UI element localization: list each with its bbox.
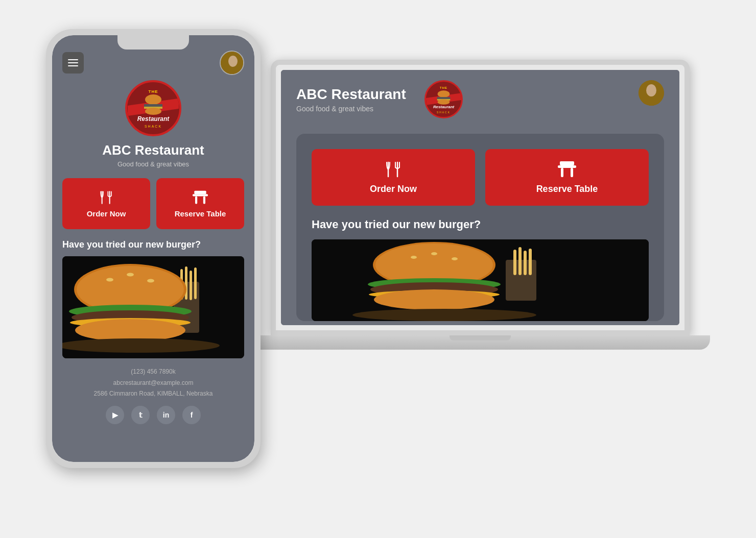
linkedin-icon[interactable]: in [157,406,175,424]
svg-rect-50 [195,196,197,204]
phone-address: 2586 Cimmaron Road, KIMBALL, Nebraska [94,390,213,397]
svg-point-67 [62,338,220,353]
svg-point-61 [127,273,134,277]
svg-text:THE: THE [149,89,158,94]
svg-rect-51 [203,196,205,204]
phone-order-now-label: Order Now [87,209,126,218]
phone-screen: THE Restaurant SHACK ABC Restaurant Good… [52,35,254,462]
laptop-header: ABC Restaurant Good food & great vibes [296,80,664,118]
phone-burger-image [62,256,244,358]
svg-point-5 [437,90,450,97]
laptop-header-text: ABC Restaurant Good food & great vibes [296,86,406,113]
laptop-order-now-button[interactable]: Order Now [312,149,475,206]
menu-line-2 [68,62,78,63]
scene: ABC Restaurant Good food & great vibes [46,19,710,519]
phone-menu-button[interactable] [62,52,84,74]
svg-point-42 [145,108,161,115]
phone-notch [117,35,189,50]
svg-text:THE: THE [440,86,447,89]
facebook-icon[interactable]: f [182,406,201,424]
svg-point-32 [374,289,494,310]
phone-fork-knife-icon [99,190,114,205]
svg-rect-14 [558,165,576,168]
svg-text:Restaurant: Restaurant [433,104,455,109]
svg-text:Restaurant: Restaurant [137,115,170,123]
phone-social-links: ▶ 𝕥 in f [62,406,244,424]
svg-point-28 [452,257,458,260]
youtube-icon[interactable]: ▶ [106,406,124,424]
menu-line-3 [68,65,78,66]
fork-knife-icon [384,160,403,179]
svg-rect-16 [561,168,563,177]
phone-order-now-button[interactable]: Order Now [62,178,150,229]
laptop-avatar [639,80,664,106]
phone-promo-text: Have you tried our new burger? [62,239,244,250]
laptop-order-now-label: Order Now [370,184,417,194]
svg-point-66 [75,319,185,341]
svg-rect-49 [194,190,206,194]
svg-rect-17 [571,168,573,177]
laptop-reserve-table-button[interactable]: Reserve Table [485,149,649,206]
svg-point-8 [437,100,450,105]
laptop-tagline: Good food & great vibes [296,105,406,113]
svg-rect-20 [513,250,516,275]
phone-logo: THE Restaurant SHACK [125,80,181,136]
laptop-main-card: Order Now Reserve Table [296,134,664,321]
svg-point-39 [145,94,161,105]
laptop-burger-image [312,239,649,321]
phone-reserve-table-label: Reserve Table [175,209,226,218]
svg-rect-6 [437,97,450,99]
phone-body: THE Restaurant SHACK ABC Restaurant Good… [46,29,261,468]
svg-point-1 [646,84,656,96]
laptop-restaurant-name: ABC Restaurant [296,86,406,103]
laptop-body: ABC Restaurant Good food & great vibes [271,60,690,335]
svg-rect-48 [193,194,208,196]
svg-point-60 [106,278,113,282]
svg-point-26 [411,256,417,259]
laptop-screen: ABC Restaurant Good food & great vibes [281,70,679,325]
phone-number: (123) 456 7890k [131,368,175,375]
laptop-reserve-table-label: Reserve Table [536,184,598,194]
laptop-header-left: ABC Restaurant Good food & great vibes [296,80,463,118]
svg-rect-55 [185,266,187,300]
phone-avatar [220,51,244,75]
laptop-content: ABC Restaurant Good food & great vibes [281,70,679,325]
phone-reserve-table-button[interactable]: Reserve Table [156,178,244,229]
svg-rect-40 [144,104,162,107]
svg-point-27 [431,252,437,255]
svg-rect-57 [194,267,197,299]
svg-rect-22 [524,251,527,275]
svg-rect-23 [529,249,532,275]
phone-contact-info: (123) 456 7890k abcrestaurant@example.co… [62,366,244,400]
phone-footer: (123) 456 7890k abcrestaurant@example.co… [62,358,244,428]
phone-action-buttons: Order Now Reserve Table [62,178,244,229]
svg-text:SHACK: SHACK [145,125,162,128]
phone-email: abcrestaurant@example.com [113,379,194,386]
svg-point-62 [147,279,154,283]
phone-content: THE Restaurant SHACK ABC Restaurant Good… [52,35,254,462]
laptop-base [250,335,710,350]
laptop-device: ABC Restaurant Good food & great vibes [271,60,710,499]
phone-table-icon [191,190,210,205]
phone-tagline: Good food & great vibes [62,160,244,168]
phone-topbar [62,45,244,75]
laptop-promo-text: Have you tried our new burger? [312,218,649,231]
svg-rect-21 [518,247,522,275]
phone-restaurant-name: ABC Restaurant [62,142,244,158]
laptop-action-buttons: Order Now Reserve Table [312,149,649,206]
laptop-logo: THE Restaurant SHACK [424,80,463,118]
menu-line-1 [68,59,78,60]
table-icon [556,160,578,179]
phone-device: THE Restaurant SHACK ABC Restaurant Good… [46,29,266,473]
twitter-icon[interactable]: 𝕥 [131,406,150,424]
svg-point-33 [352,309,536,321]
svg-point-35 [228,56,238,67]
svg-rect-15 [560,161,574,165]
svg-text:SHACK: SHACK [437,111,451,113]
svg-rect-56 [190,271,192,300]
